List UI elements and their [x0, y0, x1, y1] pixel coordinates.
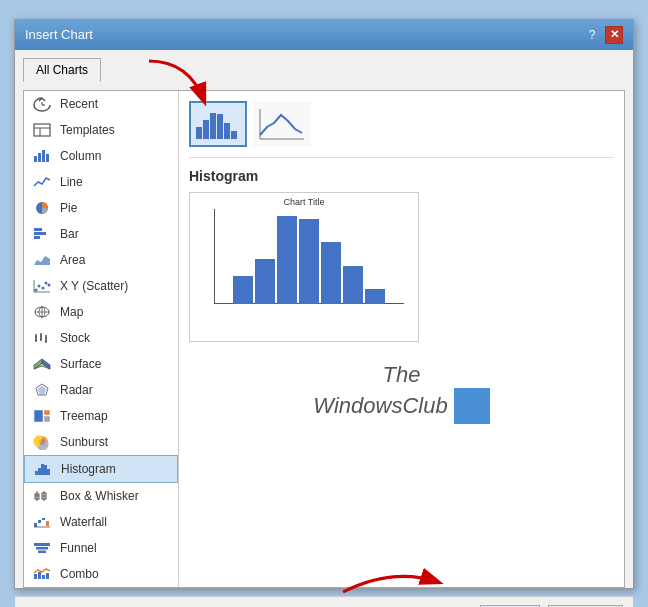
svg-rect-40: [44, 410, 50, 415]
sidebar-item-area[interactable]: Area: [24, 247, 178, 273]
svg-marker-38: [38, 386, 46, 394]
waterfall-icon: [32, 514, 52, 530]
sidebar-item-waterfall[interactable]: Waterfall: [24, 509, 178, 535]
preview-bar: [255, 259, 275, 304]
sunburst-icon: [32, 434, 52, 450]
variant-1-preview: [193, 105, 243, 143]
svg-rect-56: [42, 518, 45, 520]
svg-rect-12: [34, 236, 40, 239]
sidebar-label-column: Column: [60, 149, 101, 163]
svg-rect-7: [42, 150, 45, 162]
box-whisker-icon: [32, 488, 52, 504]
watermark: The WindowsClub: [189, 362, 614, 424]
svg-rect-61: [38, 550, 46, 553]
title-bar-buttons: ? ✕: [583, 26, 623, 44]
sidebar-item-recent[interactable]: Recent: [24, 91, 178, 117]
svg-rect-41: [44, 416, 50, 422]
svg-rect-45: [41, 464, 44, 475]
sidebar-item-line[interactable]: Line: [24, 169, 178, 195]
svg-rect-64: [42, 575, 45, 579]
svg-point-14: [35, 288, 38, 291]
sidebar-label-bar: Bar: [60, 227, 79, 241]
sidebar-item-funnel[interactable]: Funnel: [24, 535, 178, 561]
area-icon: [32, 252, 52, 268]
svg-rect-43: [35, 471, 38, 475]
preview-bar: [277, 216, 297, 304]
svg-rect-6: [38, 153, 41, 162]
svg-rect-47: [47, 469, 50, 475]
svg-rect-46: [44, 465, 47, 475]
funnel-icon: [32, 540, 52, 556]
preview-bar: [233, 276, 253, 304]
preview-y-axis: [214, 209, 215, 304]
svg-point-15: [38, 284, 41, 287]
sidebar-item-map[interactable]: Map: [24, 299, 178, 325]
sidebar-item-column[interactable]: Column: [24, 143, 178, 169]
tab-bar: All Charts: [23, 58, 625, 82]
sidebar-item-stock[interactable]: Stock: [24, 325, 178, 351]
sidebar-label-sunburst: Sunburst: [60, 435, 108, 449]
sidebar-item-box-whisker[interactable]: Box & Whisker: [24, 483, 178, 509]
sidebar-item-sunburst[interactable]: Sunburst: [24, 429, 178, 455]
watermark-line1: The: [383, 362, 421, 388]
sidebar-item-treemap[interactable]: Treemap: [24, 403, 178, 429]
surface-icon: [32, 356, 52, 372]
sidebar-label-xy-scatter: X Y (Scatter): [60, 279, 128, 293]
svg-rect-69: [217, 114, 223, 139]
sidebar-label-area: Area: [60, 253, 85, 267]
svg-rect-11: [34, 232, 46, 235]
svg-rect-55: [38, 520, 41, 523]
histogram-icon: [33, 461, 53, 477]
recent-icon: [32, 96, 52, 112]
watermark-line2-text: WindowsClub: [313, 393, 447, 419]
sidebar-label-recent: Recent: [60, 97, 98, 111]
sidebar-label-map: Map: [60, 305, 83, 319]
svg-rect-10: [34, 228, 42, 231]
svg-point-17: [45, 281, 48, 284]
chart-variant-2[interactable]: [253, 101, 311, 147]
dialog-title: Insert Chart: [25, 27, 93, 42]
sidebar-item-bar[interactable]: Bar: [24, 221, 178, 247]
title-bar: Insert Chart ? ✕: [15, 20, 633, 50]
preview-bar: [343, 266, 363, 304]
help-button[interactable]: ?: [583, 26, 601, 44]
tab-all-charts[interactable]: All Charts: [23, 58, 101, 82]
sidebar-label-surface: Surface: [60, 357, 101, 371]
watermark-line2: WindowsClub: [313, 388, 489, 424]
insert-chart-dialog: Insert Chart ? ✕ All Charts: [14, 19, 634, 589]
svg-rect-62: [34, 574, 37, 579]
main-content: Recent Templates: [23, 90, 625, 588]
chart-variant-1[interactable]: [189, 101, 247, 147]
svg-rect-8: [46, 154, 49, 162]
chart-preview: Chart Title: [189, 192, 419, 342]
sidebar-label-treemap: Treemap: [60, 409, 108, 423]
map-icon: [32, 304, 52, 320]
preview-chart-bars: [194, 209, 414, 319]
sidebar-item-combo[interactable]: Combo: [24, 561, 178, 587]
sidebar-label-waterfall: Waterfall: [60, 515, 107, 529]
sidebar-item-xy-scatter[interactable]: X Y (Scatter): [24, 273, 178, 299]
sidebar-item-pie[interactable]: Pie: [24, 195, 178, 221]
sidebar-item-templates[interactable]: Templates: [24, 117, 178, 143]
radar-icon: [32, 382, 52, 398]
dialog-body: All Charts Recent: [15, 50, 633, 596]
svg-rect-67: [203, 120, 209, 139]
variant-2-preview: [257, 105, 307, 143]
sidebar-item-radar[interactable]: Radar: [24, 377, 178, 403]
sidebar: Recent Templates: [24, 91, 179, 587]
bottom-bar: OK Cancel: [15, 596, 633, 608]
close-button[interactable]: ✕: [605, 26, 623, 44]
watermark-square: [454, 388, 490, 424]
scatter-icon: [32, 278, 52, 294]
svg-rect-57: [46, 521, 49, 526]
svg-point-18: [48, 283, 51, 286]
svg-rect-44: [38, 468, 41, 475]
svg-rect-63: [38, 572, 41, 579]
sidebar-item-surface[interactable]: Surface: [24, 351, 178, 377]
sidebar-label-stock: Stock: [60, 331, 90, 345]
preview-bar: [365, 289, 385, 304]
svg-rect-71: [231, 131, 237, 139]
svg-rect-54: [34, 523, 37, 527]
sidebar-label-pie: Pie: [60, 201, 77, 215]
sidebar-item-histogram[interactable]: Histogram: [24, 455, 178, 483]
